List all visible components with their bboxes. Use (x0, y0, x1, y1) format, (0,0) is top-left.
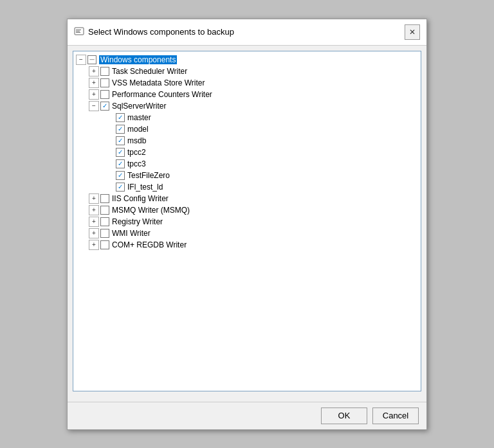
tree-container[interactable]: − ─ Windows components +Task Scheduler W… (73, 51, 421, 391)
checkbox-msdb[interactable]: ✓ (116, 136, 125, 145)
tree-items-container: +Task Scheduler Writer+VSS Metadata Stor… (73, 66, 421, 251)
expand-placeholder-ifl-test-ld (104, 182, 114, 192)
label-msmq-writer: MSMQ Writer (MSMQ) (112, 206, 190, 215)
tree-item-tpcc2[interactable]: ✓tpcc2 (73, 147, 421, 158)
dialog: Select Windows components to backup ✕ − … (67, 19, 427, 430)
cancel-button[interactable]: Cancel (372, 408, 419, 424)
expand-btn-iis-config-writer[interactable]: + (89, 193, 99, 204)
expand-placeholder-model (104, 124, 114, 134)
footer: OK Cancel (68, 402, 426, 429)
svg-rect-1 (76, 30, 81, 30)
label-vss-metadata-store-writer: VSS Metadata Store Writer (112, 78, 205, 87)
checkbox-master[interactable]: ✓ (116, 113, 125, 122)
label-performance-counters-writer: Performance Counters Writer (112, 90, 212, 99)
label-com-regdb-writer: COM+ REGDB Writer (112, 240, 187, 249)
tree-item-tpcc3[interactable]: ✓tpcc3 (73, 158, 421, 170)
tree-item-master[interactable]: ✓master (73, 112, 421, 123)
tree-item-model[interactable]: ✓model (73, 123, 421, 135)
root-expand-btn[interactable]: − (76, 55, 86, 65)
root-label: Windows components (99, 55, 177, 64)
checkbox-vss-metadata-store-writer[interactable] (100, 78, 109, 87)
checkbox-sqlserver-writer[interactable]: ✓ (100, 102, 109, 111)
expand-placeholder-msdb (104, 136, 114, 146)
tree-item-testfilezero[interactable]: ✓TestFileZero (73, 170, 421, 181)
checkbox-com-regdb-writer[interactable] (100, 240, 109, 249)
expand-btn-wmi-writer[interactable]: + (89, 228, 99, 238)
label-registry-writer: Registry Writer (112, 217, 163, 226)
checkbox-registry-writer[interactable] (100, 217, 109, 226)
expand-btn-sqlserver-writer[interactable]: − (89, 101, 99, 111)
checkbox-msmq-writer[interactable] (100, 206, 109, 215)
label-iis-config-writer: IIS Config Writer (112, 194, 169, 203)
checkbox-iis-config-writer[interactable] (100, 194, 109, 203)
tree-item-registry-writer[interactable]: +Registry Writer (73, 216, 421, 228)
checkbox-ifl-test-ld[interactable]: ✓ (116, 183, 125, 192)
label-msdb: msdb (127, 136, 146, 145)
expand-btn-msmq-writer[interactable]: + (89, 205, 99, 215)
checkbox-testfilezero[interactable]: ✓ (116, 171, 125, 180)
label-tpcc3: tpcc3 (127, 159, 146, 168)
expand-btn-performance-counters-writer[interactable]: + (89, 89, 99, 100)
svg-rect-3 (76, 32, 80, 33)
svg-rect-2 (76, 31, 80, 31)
label-testfilezero: TestFileZero (127, 171, 170, 180)
checkbox-wmi-writer[interactable] (100, 229, 109, 238)
root-label-highlight: Windows components (99, 55, 177, 64)
expand-placeholder-testfilezero (104, 170, 114, 181)
checkbox-performance-counters-writer[interactable] (100, 90, 109, 99)
checkbox-task-scheduler-writer[interactable] (100, 67, 109, 76)
checkbox-model[interactable]: ✓ (116, 125, 125, 134)
expand-placeholder-tpcc2 (104, 147, 114, 157)
tree-item-vss-metadata-store-writer[interactable]: +VSS Metadata Store Writer (73, 77, 421, 89)
tree-item-msmq-writer[interactable]: +MSMQ Writer (MSMQ) (73, 204, 421, 216)
label-task-scheduler-writer: Task Scheduler Writer (112, 67, 187, 76)
tree-item-performance-counters-writer[interactable]: +Performance Counters Writer (73, 89, 421, 100)
expand-placeholder-master (104, 112, 114, 123)
tree-item-com-regdb-writer[interactable]: +COM+ REGDB Writer (73, 239, 421, 251)
tree-item-ifl-test-ld[interactable]: ✓IFl_test_ld (73, 181, 421, 193)
label-sqlserver-writer: SqlServerWriter (112, 102, 166, 111)
label-tpcc2: tpcc2 (127, 148, 146, 157)
tree-root[interactable]: − ─ Windows components (73, 54, 421, 66)
tree-item-wmi-writer[interactable]: +WMI Writer (73, 228, 421, 239)
dialog-title: Select Windows components to backup (88, 27, 234, 37)
expand-btn-com-regdb-writer[interactable]: + (89, 240, 99, 250)
expand-placeholder-tpcc3 (104, 159, 114, 169)
expand-btn-registry-writer[interactable]: + (89, 217, 99, 227)
expand-btn-task-scheduler-writer[interactable]: + (89, 66, 99, 76)
label-wmi-writer: WMI Writer (112, 229, 151, 238)
close-button[interactable]: ✕ (405, 24, 420, 40)
tree-item-sqlserver-writer[interactable]: −✓SqlServerWriter (73, 100, 421, 112)
title-bar: Select Windows components to backup ✕ (68, 19, 426, 46)
label-ifl-test-ld: IFl_test_ld (127, 183, 163, 192)
title-bar-left: Select Windows components to backup (74, 27, 234, 37)
root-checkbox[interactable]: ─ (87, 55, 96, 64)
label-model: model (127, 125, 149, 134)
label-master: master (127, 113, 151, 122)
checkbox-tpcc2[interactable]: ✓ (116, 148, 125, 157)
dialog-icon (74, 27, 84, 37)
tree-item-msdb[interactable]: ✓msdb (73, 135, 421, 147)
checkbox-tpcc3[interactable]: ✓ (116, 159, 125, 168)
expand-btn-vss-metadata-store-writer[interactable]: + (89, 78, 99, 88)
tree-item-iis-config-writer[interactable]: +IIS Config Writer (73, 193, 421, 204)
content-area: − ─ Windows components +Task Scheduler W… (68, 46, 426, 402)
ok-button[interactable]: OK (321, 408, 367, 424)
tree-item-task-scheduler-writer[interactable]: +Task Scheduler Writer (73, 66, 421, 77)
